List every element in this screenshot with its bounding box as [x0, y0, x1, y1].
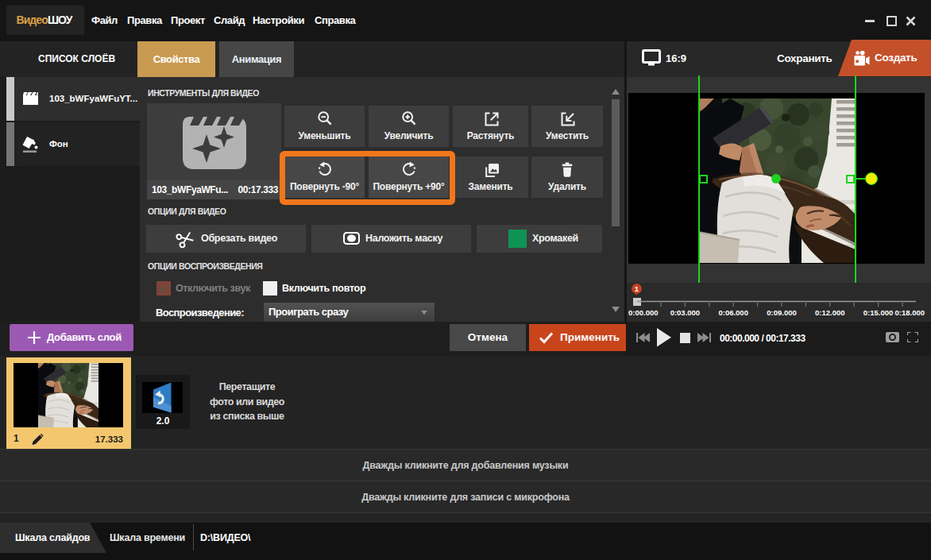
svg-text:0:12.000: 0:12.000	[815, 308, 845, 317]
svg-text:0:06.000: 0:06.000	[718, 308, 748, 317]
svg-text:0:18.000: 0:18.000	[894, 308, 925, 317]
svg-text:0:00.000: 0:00.000	[628, 308, 659, 317]
svg-text:0:03.000: 0:03.000	[670, 308, 701, 317]
svg-text:0:15.000: 0:15.000	[863, 308, 894, 317]
svg-text:0:09.000: 0:09.000	[767, 308, 797, 317]
